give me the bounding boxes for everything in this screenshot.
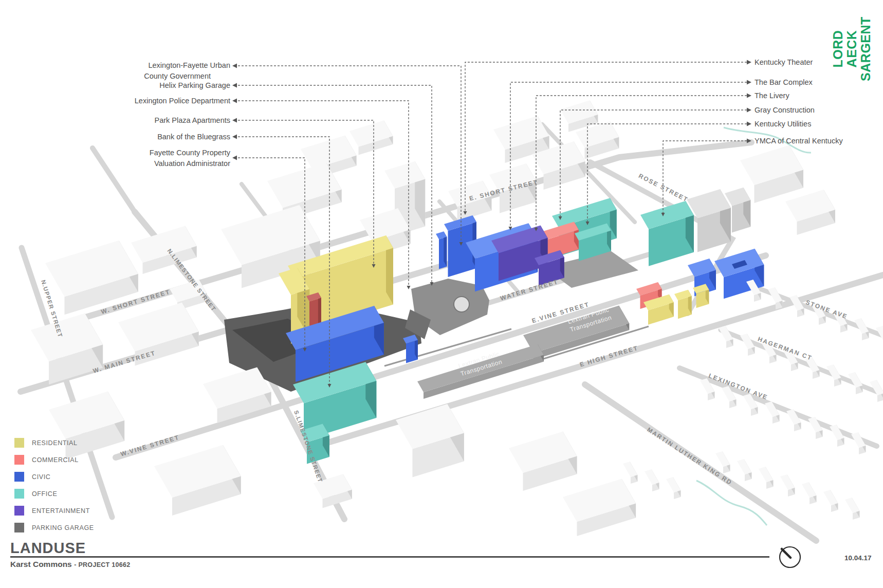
leader-arrow-icon [747,80,751,85]
annotation-label: Fayette County Property [150,149,231,157]
legend-swatch [14,438,24,448]
leader-arrow-icon [747,122,751,126]
building-context [780,474,795,490]
street-label: LEXINGTON AVE [708,372,769,401]
legend-label: PARKING GARAGE [32,524,94,531]
legend-swatch [14,506,24,516]
leader-arrow-icon [747,94,751,98]
sheet-title: LANDUSE [10,540,86,557]
legend-label: CIVIC [32,473,50,481]
legend-label: ENTERTAINMENT [32,507,90,514]
leader-arrow-icon [747,108,751,113]
annotation-label: Valuation Administrator [154,159,230,168]
annotation-label: Helix Parking Garage [159,81,230,89]
legend-label: OFFICE [32,490,57,498]
legend-label: RESIDENTIAL [32,439,78,447]
leader-arrow-icon [232,83,237,88]
legend-label: COMMERCIAL [32,456,79,464]
legend-swatch [14,455,24,465]
legend-item: CIVIC [14,472,94,482]
building-context [845,498,859,513]
project-name: Karst Commons [10,560,72,568]
logo-line: SARGENT [859,14,873,84]
leader-arrow-icon [232,64,237,68]
legend-swatch [14,489,24,499]
logo-line: LORD [831,14,845,84]
leader-target-icon [407,286,411,289]
leader-arrow-icon [232,118,237,123]
annotation-label: Park Plaza Apartments [155,116,231,124]
north-arrow-compass [780,547,800,567]
leader-arrow-icon [232,135,237,139]
legend-item: OFFICE [14,489,94,499]
annotation-label: Bank of the Bluegrass [157,133,230,141]
annotation-label: County Government [144,72,211,80]
title-block: LANDUSE [10,540,86,557]
legend-item: COMMERCIAL [14,455,94,465]
annotation-label: YMCA of Central Kentucky [755,137,843,145]
lord-aeck-sargent-logo: LORD AECK SARGENT [831,14,873,84]
building-context [623,462,637,477]
right-annotations: Kentucky Theater The Bar Complex The Liv… [755,58,843,145]
legend-swatch [14,472,24,482]
building-context [802,482,816,498]
left-annotations: Lexington-Fayette Urban County Governmen… [135,61,231,168]
sheet-date: 10.04.17 [844,554,872,562]
logo-line: AECK [845,14,859,84]
street-label: W.VINE STREET [120,434,180,458]
legend-item: RESIDENTIAL [14,438,94,448]
leader-arrow-icon [747,60,751,65]
annotation-label: Kentucky Theater [755,58,813,66]
legend-item: ENTERTAINMENT [14,506,94,516]
landuse-map: N.UPPER STREET W. SHORT STREET N.LIMESTO… [0,0,883,588]
building-context [666,477,680,492]
title-rule [10,556,769,558]
building-context [645,469,659,485]
landuse-diagram-page: { "logo": {"line1": "LORD", "line2": "AE… [0,0,883,588]
project-number: - PROJECT 10662 [74,561,130,568]
annotation-label: Kentucky Utilities [755,120,811,128]
landuse-legend: RESIDENTIALCOMMERCIALCIVICOFFICEENTERTAI… [14,438,94,540]
building-context [715,451,730,467]
helix-ramp-hole [454,297,469,312]
building-context [737,459,751,474]
annotation-label: The Livery [755,91,789,100]
building-context [823,490,838,505]
annotation-label: The Bar Complex [755,78,813,86]
legend-item: PARKING GARAGE [14,523,94,532]
annotation-label: Lexington Police Department [135,97,230,105]
leader-arrow-icon [232,99,237,103]
project-line: Karst Commons - PROJECT 10662 [10,560,131,569]
annotation-label: Lexington-Fayette Urban [148,61,230,69]
street-label: E HIGH STREET [579,344,639,369]
building-context [759,467,773,482]
road [93,148,135,212]
legend-swatch [14,523,24,532]
annotation-label: Gray Construction [755,106,815,114]
leader-arrow-icon [232,156,237,160]
